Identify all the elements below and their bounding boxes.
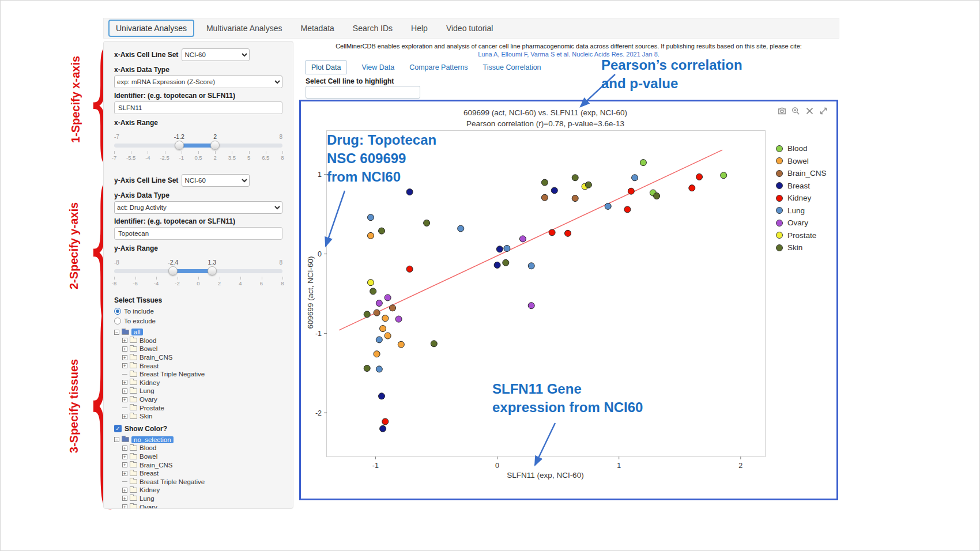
tree-root-all[interactable]: − all: [114, 328, 282, 337]
tree-item-brain-cns[interactable]: +Brain_CNS: [122, 353, 282, 362]
show-color-checkbox[interactable]: ✓ Show Color?: [114, 424, 282, 434]
y-range-slider[interactable]: -8 8 -2.4 1.3 -8-6-4-202468: [114, 261, 282, 290]
data-point-lung[interactable]: [632, 175, 638, 181]
data-point-ovary[interactable]: [376, 300, 382, 307]
radio-to-exclude[interactable]: To exclude: [114, 316, 282, 326]
tab-view-data[interactable]: View Data: [361, 63, 394, 71]
data-point-breast[interactable]: [551, 187, 557, 194]
data-point-ovary[interactable]: [528, 303, 534, 309]
data-point-blood[interactable]: [640, 160, 646, 166]
tree-item-prostate[interactable]: Prostate: [122, 403, 282, 412]
zoom-in-icon[interactable]: [791, 106, 801, 116]
x-cell-line-set-select[interactable]: NCI-60: [182, 48, 250, 61]
data-point-bowel[interactable]: [374, 351, 380, 357]
x-identifier-input[interactable]: [114, 101, 282, 114]
legend-item-ovary[interactable]: Ovary: [776, 217, 827, 229]
tree-item-bowel[interactable]: +Bowel: [122, 452, 282, 461]
data-point-skin[interactable]: [503, 259, 509, 266]
expand-icon[interactable]: +: [122, 504, 127, 509]
nav-tab-help[interactable]: Help: [405, 21, 434, 36]
slider-handle-left[interactable]: [168, 266, 178, 276]
highlight-input[interactable]: [306, 86, 420, 99]
expand-icon[interactable]: +: [122, 363, 127, 368]
tree-item-breast[interactable]: +Breast: [122, 361, 282, 370]
data-point-bowel[interactable]: [382, 315, 389, 322]
expand-icon[interactable]: +: [122, 355, 127, 360]
expand-icon[interactable]: +: [122, 496, 127, 501]
data-point-brain-cns[interactable]: [541, 194, 548, 201]
tree-root-no-selection[interactable]: − no_selection: [114, 436, 282, 444]
slider-track[interactable]: [114, 269, 282, 273]
nav-tab-search-ids[interactable]: Search IDs: [346, 21, 399, 36]
data-point-lung[interactable]: [458, 225, 464, 232]
data-point-ovary[interactable]: [395, 316, 402, 322]
expand-icon[interactable]: +: [122, 414, 127, 419]
data-point-bowel[interactable]: [385, 333, 391, 339]
tab-compare-patterns[interactable]: Compare Patterns: [409, 63, 468, 71]
tree-item-breast[interactable]: +Breast: [122, 469, 282, 478]
nav-tab-univariate-analyses[interactable]: Univariate Analyses: [108, 20, 194, 37]
radio-unselected-icon[interactable]: [114, 318, 121, 324]
expand-icon[interactable]: +: [122, 397, 127, 402]
collapse-icon[interactable]: −: [114, 330, 119, 335]
data-point-ovary[interactable]: [385, 295, 391, 301]
data-point-lung[interactable]: [376, 337, 382, 343]
pan-icon[interactable]: [819, 106, 828, 116]
radio-to-include[interactable]: To include: [114, 306, 282, 316]
tree-item-kidney[interactable]: +Kidney: [122, 379, 282, 387]
y-data-type-select[interactable]: act: Drug Activity: [114, 201, 282, 214]
legend-item-lung[interactable]: Lung: [776, 205, 827, 217]
data-point-skin[interactable]: [424, 220, 430, 226]
data-point-lung[interactable]: [376, 366, 382, 372]
expand-icon[interactable]: +: [122, 462, 127, 467]
data-point-prostate[interactable]: [368, 280, 374, 286]
data-point-brain-cns[interactable]: [374, 310, 380, 316]
expand-icon[interactable]: +: [122, 446, 127, 451]
collapse-icon[interactable]: −: [114, 437, 119, 442]
data-point-breast[interactable]: [494, 262, 500, 268]
y-identifier-input[interactable]: [114, 227, 282, 240]
tree-item-ovary[interactable]: +Ovary: [122, 395, 282, 404]
expand-icon[interactable]: +: [122, 388, 127, 394]
tree-item-skin[interactable]: +Skin: [122, 412, 282, 421]
data-point-lung[interactable]: [605, 203, 611, 209]
nav-tab-metadata[interactable]: Metadata: [294, 21, 340, 36]
legend-item-brain-cns[interactable]: Brain_CNS: [776, 167, 827, 180]
citation-link[interactable]: Luna A, Elloumi F, Varma S et al. Nuclei…: [299, 51, 838, 58]
slider-handle-left[interactable]: [175, 141, 184, 150]
slider-selected-range[interactable]: [173, 269, 212, 273]
checkbox-checked-icon[interactable]: ✓: [114, 425, 122, 432]
legend-item-breast[interactable]: Breast: [776, 180, 827, 193]
expand-icon[interactable]: +: [122, 338, 127, 343]
legend-item-skin[interactable]: Skin: [776, 241, 827, 254]
tree-item-kidney[interactable]: +Kidney: [122, 486, 282, 495]
tree-item-lung[interactable]: +Lung: [122, 495, 282, 503]
data-point-bowel[interactable]: [368, 232, 374, 239]
data-point-ovary[interactable]: [519, 236, 526, 242]
data-point-skin[interactable]: [370, 288, 376, 295]
nav-tab-video-tutorial[interactable]: Video tutorial: [440, 21, 499, 36]
slider-handle-right[interactable]: [208, 266, 217, 276]
expand-icon[interactable]: +: [122, 471, 127, 476]
slider-selected-range[interactable]: [179, 144, 215, 148]
data-point-breast[interactable]: [379, 393, 385, 399]
close-icon[interactable]: [805, 106, 815, 116]
radio-selected-icon[interactable]: [114, 308, 121, 315]
data-point-kidney[interactable]: [689, 185, 695, 191]
data-point-breast[interactable]: [380, 425, 386, 432]
slider-track[interactable]: [114, 144, 282, 148]
data-point-breast[interactable]: [406, 189, 413, 195]
legend-item-blood[interactable]: Blood: [776, 142, 827, 155]
data-point-skin[interactable]: [585, 182, 591, 188]
legend-item-kidney[interactable]: Kidney: [776, 192, 827, 205]
data-point-brain-cns[interactable]: [572, 195, 578, 202]
data-point-breast[interactable]: [496, 246, 503, 252]
data-point-bowel[interactable]: [398, 341, 404, 348]
data-point-lung[interactable]: [504, 246, 510, 252]
tree-item-bowel[interactable]: +Bowel: [122, 345, 282, 353]
x-range-slider[interactable]: -7 8 -1.2 2 -7-5.5-4-2.5-10.523.556.58: [114, 135, 282, 165]
data-point-skin[interactable]: [364, 311, 370, 318]
expand-icon[interactable]: +: [122, 346, 127, 352]
data-point-bowel[interactable]: [380, 326, 386, 332]
tree-item-ovary[interactable]: +Ovary: [122, 503, 282, 509]
